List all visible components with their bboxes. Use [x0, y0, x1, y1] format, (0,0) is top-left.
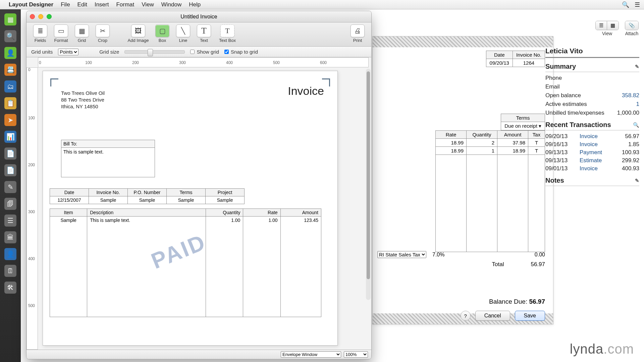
dock-item[interactable]: ✎	[4, 181, 16, 193]
cell-qty[interactable]: 1	[467, 147, 497, 155]
bill-to-box[interactable]: Bill To: This is sample text.	[61, 140, 155, 177]
cell-amt[interactable]: 18.99	[497, 147, 528, 155]
app-name[interactable]: Layout Designer	[9, 1, 53, 8]
add-image-icon[interactable]: 🖼	[131, 24, 145, 37]
text-icon[interactable]: T	[197, 24, 211, 37]
fields-icon[interactable]: ≣	[33, 24, 47, 37]
dock-item[interactable]: 📋	[4, 97, 16, 109]
window-titlebar[interactable]: Untitled Invoice	[26, 11, 371, 22]
envelope-preset-select[interactable]: Envelope Window	[281, 351, 341, 358]
view-grid-icon[interactable]: ▦	[607, 21, 619, 30]
tx-type[interactable]: Estimate	[580, 157, 618, 164]
line-row[interactable]: 18.99 2 37.98 T	[436, 139, 545, 147]
menu-format[interactable]: Format	[116, 1, 134, 8]
minimize-window-icon[interactable]	[38, 14, 43, 19]
dock-item[interactable]: 🛠	[4, 282, 16, 294]
transaction-row[interactable]: 09/16/13 Invoice 1.85	[545, 141, 639, 148]
layout-page[interactable]: Invoice Two Trees Olive Oil 88 Two Trees…	[43, 71, 338, 346]
item-cell[interactable]: This is sample text.	[87, 217, 206, 317]
invoice-no-value[interactable]: 1264	[513, 59, 545, 67]
edit-summary-icon[interactable]: ✎	[635, 64, 639, 70]
meta-value[interactable]: Sample	[89, 196, 128, 204]
tx-type[interactable]: Invoice	[580, 141, 624, 148]
invoice-title[interactable]: Invoice	[288, 84, 324, 98]
menu-help[interactable]: Help	[189, 1, 201, 8]
dock-item[interactable]: 📊	[4, 131, 16, 143]
cell-tax[interactable]: T	[528, 139, 545, 147]
invoice-items-table[interactable]: Item Description Quantity Rate Amount Sa…	[50, 208, 321, 317]
dock-item[interactable]: 🔍	[4, 30, 16, 42]
menu-window[interactable]: Window	[161, 1, 181, 8]
format-icon[interactable]: ▭	[54, 24, 68, 37]
menu-edit[interactable]: Edit	[77, 1, 87, 8]
dock-item[interactable]: 🗓	[4, 265, 16, 277]
cell-rate[interactable]: 18.99	[436, 147, 467, 155]
save-button[interactable]: Save	[515, 311, 545, 321]
cell-amt[interactable]: 37.98	[497, 139, 528, 147]
dock-item[interactable]: 🗐	[4, 198, 16, 210]
menu-insert[interactable]: Insert	[95, 1, 109, 8]
cell-tax[interactable]: T	[528, 147, 545, 155]
tx-type[interactable]: Invoice	[580, 165, 618, 172]
zoom-window-icon[interactable]	[47, 14, 52, 19]
transaction-row[interactable]: 09/13/13 Payment 100.93	[545, 149, 639, 156]
tx-type[interactable]: Payment	[580, 149, 618, 156]
transaction-row[interactable]: 09/20/13 Invoice 56.97	[545, 133, 639, 140]
dock-item[interactable]: ➤	[4, 114, 16, 126]
attach-button[interactable]: 📎	[625, 21, 639, 30]
dock-item[interactable]: 📄	[4, 147, 16, 160]
dock-item[interactable]: 📄	[4, 164, 16, 176]
print-icon[interactable]: 🖨	[351, 24, 365, 37]
canvas[interactable]: 0100200 300400500 600 0100200 300400500 …	[26, 57, 371, 350]
snap-to-grid-checkbox[interactable]: Snap to grid	[224, 49, 258, 55]
meta-value[interactable]: Sample	[167, 196, 206, 204]
cell-qty[interactable]: 2	[467, 139, 497, 147]
spotlight-icon[interactable]: 🔍	[622, 1, 629, 8]
terms-value[interactable]: Due on receipt ▾	[501, 122, 545, 130]
vertical-scrollbar[interactable]	[366, 69, 371, 300]
cancel-button[interactable]: Cancel	[475, 311, 510, 321]
item-cell[interactable]: 123.45	[280, 217, 321, 317]
grid-units-select[interactable]: Points	[58, 49, 78, 55]
view-list-icon[interactable]: ☰	[596, 21, 607, 30]
tax-select[interactable]: RI State Sales Tax	[377, 251, 426, 258]
dock-item[interactable]: 📇	[4, 64, 16, 76]
crop-icon[interactable]: ✂	[96, 24, 110, 37]
item-cell[interactable]: 1.00	[206, 217, 243, 317]
dock-item[interactable]: ▦	[4, 13, 16, 25]
meta-value[interactable]: Sample	[206, 196, 245, 204]
company-address[interactable]: Two Trees Olive Oil 88 Two Trees Drive I…	[61, 90, 105, 110]
show-grid-input[interactable]	[190, 50, 195, 54]
item-cell[interactable]: Sample	[50, 217, 87, 317]
line-icon[interactable]: ╲	[176, 24, 190, 37]
snap-to-grid-input[interactable]	[224, 50, 229, 54]
help-button[interactable]: ?	[461, 311, 471, 321]
menu-view[interactable]: View	[142, 1, 154, 8]
view-toggle[interactable]: ☰ ▦	[595, 21, 619, 30]
close-window-icon[interactable]	[30, 14, 35, 19]
date-value[interactable]: 09/20/13	[486, 59, 513, 67]
line-row[interactable]: 18.99 1 18.99 T	[436, 147, 545, 155]
transaction-row[interactable]: 09/01/13 Invoice 400.93	[545, 165, 639, 172]
meta-value[interactable]: Sample	[128, 196, 167, 204]
grid-icon[interactable]: ▦	[75, 24, 89, 37]
cell-rate[interactable]: 18.99	[436, 139, 467, 147]
dock-item[interactable]: 🏛	[4, 231, 16, 243]
notification-center-icon[interactable]: ☰	[635, 1, 640, 8]
dock-item[interactable]: 🗂	[4, 80, 16, 93]
dock-item[interactable]: ☰	[4, 215, 16, 227]
menu-file[interactable]: File	[61, 1, 70, 8]
edit-notes-icon[interactable]: ✎	[635, 178, 639, 184]
invoice-meta-table[interactable]: Date Invoice No. P.O. Number Terms Proje…	[50, 188, 245, 204]
transaction-row[interactable]: 09/13/13 Estimate 299.92	[545, 157, 639, 164]
grid-size-slider[interactable]	[124, 50, 185, 54]
dock-item[interactable]: 👤	[4, 47, 16, 59]
show-grid-checkbox[interactable]: Show grid	[190, 49, 219, 55]
tx-type[interactable]: Invoice	[580, 133, 621, 140]
search-transactions-icon[interactable]: 🔍	[633, 122, 639, 128]
item-cell[interactable]: 1.00	[243, 217, 280, 317]
box-icon[interactable]: ▢	[155, 24, 169, 37]
meta-value[interactable]: 12/15/2007	[50, 196, 89, 204]
dock-item[interactable]: 👤	[4, 248, 16, 260]
text-box-icon[interactable]: T	[220, 24, 234, 37]
